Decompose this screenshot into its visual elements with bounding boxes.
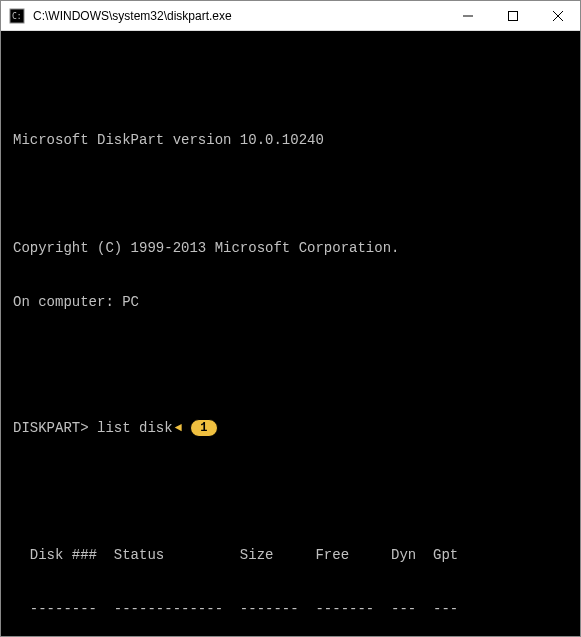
arrow-icon: ◄ <box>175 421 182 437</box>
table-header: Disk ### Status Size Free Dyn Gpt <box>13 546 568 564</box>
titlebar[interactable]: C: C:\WINDOWS\system32\diskpart.exe <box>1 1 580 31</box>
command-text: list disk <box>97 420 173 436</box>
cmd-line-1: DISKPART> list disk◄1 <box>13 419 568 437</box>
svg-text:C:: C: <box>12 12 22 21</box>
annotation-badge-1: 1 <box>190 419 218 437</box>
window-controls <box>445 1 580 30</box>
minimize-button[interactable] <box>445 1 490 30</box>
prompt: DISKPART> <box>13 420 89 436</box>
window-title: C:\WINDOWS\system32\diskpart.exe <box>33 9 445 23</box>
maximize-button[interactable] <box>490 1 535 30</box>
terminal-output[interactable]: Microsoft DiskPart version 10.0.10240 Co… <box>1 31 580 636</box>
svg-rect-3 <box>508 11 517 20</box>
copyright-line: Copyright (C) 1999-2013 Microsoft Corpor… <box>13 239 568 257</box>
app-icon: C: <box>9 8 25 24</box>
computer-line: On computer: PC <box>13 293 568 311</box>
cmd-window: C: C:\WINDOWS\system32\diskpart.exe Micr… <box>0 0 581 637</box>
version-line: Microsoft DiskPart version 10.0.10240 <box>13 131 568 149</box>
table-divider: -------- ------------- ------- ------- -… <box>13 600 568 618</box>
close-button[interactable] <box>535 1 580 30</box>
